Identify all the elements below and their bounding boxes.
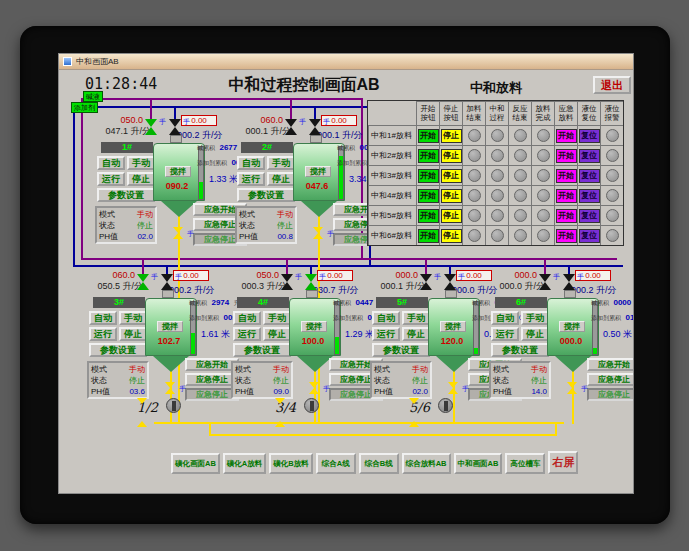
row-level-reset-button[interactable]: 复位: [579, 149, 600, 163]
stop-button[interactable]: 停止: [267, 172, 295, 186]
row-emergency-start-button[interactable]: 开始: [556, 129, 577, 143]
row-start-button[interactable]: 开始: [418, 169, 439, 183]
stir-button[interactable]: 搅拌: [301, 321, 327, 332]
unit-status-panel: 模式手动 状态停止 PH值00.8: [235, 206, 297, 244]
stir-button[interactable]: 搅拌: [165, 166, 191, 177]
unit-number-label: 3#: [93, 297, 145, 308]
reactor-unit: 060.0 000.1 升/分 手 手 0.00 000.1 升/分 2# 自动…: [229, 115, 377, 251]
manual-button[interactable]: 手动: [267, 156, 295, 170]
row-emergency-start-button[interactable]: 开始: [556, 149, 577, 163]
run-button[interactable]: 运行: [89, 327, 117, 341]
flow-setpoint: 060.0: [85, 270, 135, 280]
row-level-reset-button[interactable]: 复位: [579, 209, 600, 223]
nav-button[interactable]: 综合放料AB: [402, 453, 451, 474]
ph-value: 09.0: [273, 386, 289, 397]
alkali-total-label: 碱累积: [337, 145, 355, 151]
row-stop-button[interactable]: 停止: [441, 149, 462, 163]
additive-valve-icon: [309, 119, 321, 135]
table-row-label: 中和2#放料: [368, 145, 416, 165]
row-emergency-start-button[interactable]: 开始: [556, 169, 577, 183]
run-button[interactable]: 运行: [233, 327, 261, 341]
nav-button[interactable]: 右屏: [548, 451, 578, 474]
nav-button[interactable]: 中和画面AB: [454, 453, 503, 474]
row-start-button[interactable]: 开始: [418, 229, 439, 243]
manual-button[interactable]: 手动: [521, 311, 549, 325]
param-settings-button[interactable]: 参数设置: [233, 343, 291, 357]
manual-button[interactable]: 手动: [263, 311, 291, 325]
row-start-button[interactable]: 开始: [418, 209, 439, 223]
auto-button[interactable]: 自动: [233, 311, 261, 325]
param-settings-button[interactable]: 参数设置: [237, 188, 295, 202]
manual-button[interactable]: 手动: [402, 311, 430, 325]
table-row-label: 中和1#放料: [368, 125, 416, 145]
param-settings-button[interactable]: 参数设置: [372, 343, 430, 357]
row-level-reset-button[interactable]: 复位: [579, 189, 600, 203]
additive-pipe: [73, 265, 623, 267]
param-settings-button[interactable]: 参数设置: [89, 343, 147, 357]
stir-button[interactable]: 搅拌: [157, 321, 183, 332]
auto-button[interactable]: 自动: [97, 156, 125, 170]
exit-button[interactable]: 退出: [593, 76, 631, 94]
row-emergency-start-button[interactable]: 开始: [556, 229, 577, 243]
row-stop-button[interactable]: 停止: [441, 129, 462, 143]
row-emergency-start-button[interactable]: 开始: [556, 209, 577, 223]
param-settings-button[interactable]: 参数设置: [491, 343, 549, 357]
nav-button[interactable]: 高位槽车: [505, 453, 545, 474]
nav-button[interactable]: 磺化B放料: [269, 453, 312, 474]
emergency-stop-button[interactable]: 应急停止: [587, 373, 633, 386]
additive-valve-icon: [305, 274, 317, 290]
emergency-start-button[interactable]: 应急开始: [587, 358, 633, 371]
manual-valve-icon: 手: [581, 384, 588, 394]
stir-button[interactable]: 搅拌: [305, 166, 331, 177]
reactor-unit: 050.0 047.1 升/分 手 手 0.00 000.2 升/分 1# 自动…: [89, 115, 237, 251]
manual-valve-icon: 手: [577, 272, 584, 282]
table-row-label: 中和5#放料: [368, 205, 416, 225]
auto-button[interactable]: 自动: [372, 311, 400, 325]
auto-button[interactable]: 自动: [89, 311, 117, 325]
run-button[interactable]: 运行: [372, 327, 400, 341]
stop-button[interactable]: 停止: [521, 327, 549, 341]
tank-cone: [153, 356, 189, 372]
nav-button[interactable]: 综合B线: [359, 453, 399, 474]
row-stop-button[interactable]: 停止: [441, 189, 462, 203]
unit-number-label: 2#: [241, 142, 293, 153]
unit-status-panel: 模式手动 状态停止 PH值02.0: [95, 206, 157, 244]
stop-button[interactable]: 停止: [119, 327, 147, 341]
run-button[interactable]: 运行: [237, 172, 265, 186]
param-settings-button[interactable]: 参数设置: [97, 188, 155, 202]
row-stop-button[interactable]: 停止: [441, 169, 462, 183]
pump-group: 1/2: [137, 398, 181, 427]
run-button[interactable]: 运行: [491, 327, 519, 341]
totals: 碱累积 0000 升 添加剂累积 0105 升: [591, 294, 633, 324]
stop-button[interactable]: 停止: [263, 327, 291, 341]
stir-button[interactable]: 搅拌: [559, 321, 585, 332]
stir-button[interactable]: 搅拌: [440, 321, 466, 332]
discharge-done-lamp: [537, 149, 550, 162]
nav-button[interactable]: 磺化画面AB: [171, 453, 220, 474]
row-level-reset-button[interactable]: 复位: [579, 129, 600, 143]
nav-button[interactable]: 磺化A放料: [223, 453, 266, 474]
state-label: 状态: [239, 220, 255, 231]
row-stop-button[interactable]: 停止: [441, 209, 462, 223]
alkali-branch-pipe: [150, 98, 152, 121]
row-start-button[interactable]: 开始: [418, 129, 439, 143]
mode-value: 手动: [137, 209, 153, 220]
auto-button[interactable]: 自动: [491, 311, 519, 325]
stop-button[interactable]: 停止: [127, 172, 155, 186]
table-row-label: 中和3#放料: [368, 165, 416, 185]
stop-button[interactable]: 停止: [402, 327, 430, 341]
row-level-reset-button[interactable]: 复位: [579, 169, 600, 183]
row-start-button[interactable]: 开始: [418, 189, 439, 203]
row-stop-button[interactable]: 停止: [441, 229, 462, 243]
manual-button[interactable]: 手动: [119, 311, 147, 325]
row-level-reset-button[interactable]: 复位: [579, 229, 600, 243]
manual-button[interactable]: 手动: [127, 156, 155, 170]
flow-actual: 000.1 升/分: [229, 125, 291, 138]
auto-button[interactable]: 自动: [237, 156, 265, 170]
nav-button[interactable]: 综合A线: [316, 453, 356, 474]
feed-end-lamp: [468, 169, 481, 182]
run-button[interactable]: 运行: [97, 172, 125, 186]
table-column-header: 应急放料: [554, 101, 577, 125]
row-start-button[interactable]: 开始: [418, 149, 439, 163]
row-emergency-start-button[interactable]: 开始: [556, 189, 577, 203]
